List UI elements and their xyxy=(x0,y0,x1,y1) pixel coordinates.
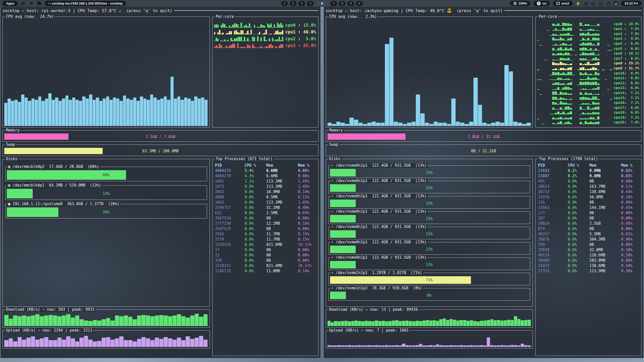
process-cell: 2579 xyxy=(215,237,245,242)
chart-bar xyxy=(191,101,194,126)
core-row: cpu3 ↑ 85.0% xyxy=(214,41,316,48)
disk-usage-meter: 13% xyxy=(330,215,529,222)
sparkline-bar xyxy=(552,117,554,119)
sparkline-bar xyxy=(570,111,572,114)
sparkline-bar xyxy=(597,73,599,75)
sparkline-bar xyxy=(227,47,229,48)
process-cell: 0.0% xyxy=(568,263,589,268)
process-cell: 0B xyxy=(589,200,621,205)
disk-usage-percent: 13% xyxy=(7,189,206,198)
sparkline-bar xyxy=(597,107,599,109)
sparkline-bar xyxy=(582,67,584,70)
sparkline-bar xyxy=(239,48,240,48)
power-icon[interactable] xyxy=(606,1,611,6)
process-cell: 2.5MB xyxy=(266,211,298,215)
chart-bar xyxy=(500,345,503,347)
sparkline-bar xyxy=(580,68,582,70)
workspace-6[interactable]: 6 xyxy=(315,1,329,6)
chart-bar xyxy=(167,100,170,126)
notifications-bell-icon[interactable] xyxy=(598,1,603,6)
process-cell: 0B xyxy=(589,242,621,247)
chart-bar xyxy=(75,100,78,126)
core-sparkline xyxy=(214,21,284,28)
workspace-9[interactable]: 9 xyxy=(347,1,354,6)
process-row: 398240.0%2.5GB8.08% xyxy=(538,221,640,226)
system-monitor-icon[interactable] xyxy=(614,1,618,6)
apps-button[interactable]: Apps xyxy=(3,1,18,6)
disk-usage-percent: 13% xyxy=(330,200,529,207)
files-icon[interactable] xyxy=(36,1,42,6)
process-row: 258180.0%32.0MB0.10% xyxy=(538,247,640,252)
workspace-8[interactable]: 8 xyxy=(339,1,346,6)
sparkline-bar xyxy=(592,108,594,110)
workspace-0[interactable]: 0 xyxy=(356,1,363,6)
sparkline-bar xyxy=(552,123,554,124)
chart-bar xyxy=(463,345,466,347)
process-cell: 11.7MB xyxy=(266,232,298,236)
workspace-7[interactable]: 7 xyxy=(330,1,337,6)
sparkline-bar xyxy=(552,92,554,95)
process-cell: 113.9MB xyxy=(589,269,621,273)
process-cell: 56.8MB xyxy=(589,195,621,199)
sparkline-bar xyxy=(595,38,597,40)
workspace-4[interactable]: 4 xyxy=(307,1,314,6)
sparkline-bar xyxy=(235,38,237,41)
core-label: cpu0 ↑ 15.8% xyxy=(285,23,316,28)
column-header: PID xyxy=(215,163,245,168)
clock[interactable]: 23:32 Fri xyxy=(621,1,641,6)
process-cell: 25818 xyxy=(538,248,568,252)
sparkline-bar xyxy=(565,107,567,110)
process-cell: 0.0% xyxy=(245,205,266,210)
process-cell: 113.3MB xyxy=(266,179,298,184)
sparkline-bar xyxy=(585,24,587,26)
sparkline-bar xyxy=(226,46,227,48)
sparkline-bar xyxy=(252,37,254,41)
sparkline-bar xyxy=(269,44,270,48)
sparkline-bar xyxy=(240,30,242,34)
workspace-3[interactable]: 3 xyxy=(298,1,305,6)
sparkline-bar xyxy=(242,30,244,34)
chart-bar xyxy=(412,321,415,326)
sparkline-bar xyxy=(582,97,584,100)
sparkline-bar xyxy=(557,122,559,124)
process-cell: 11.7MB xyxy=(266,237,298,242)
mail-icon[interactable]: ✉ xyxy=(28,1,34,6)
chart-bar xyxy=(487,320,490,326)
focused-window-title[interactable]: ~: socktop ws://192.168.1.104:3031/ws - … xyxy=(45,1,126,6)
sparkline-bar xyxy=(557,23,559,26)
chart-bar xyxy=(181,100,184,126)
chart-bar xyxy=(450,345,453,347)
chart-bar xyxy=(82,97,85,126)
core-sparkline xyxy=(537,105,612,110)
sparkline-bar xyxy=(560,68,562,70)
process-row: 2070.0%0B0.00% xyxy=(538,215,640,221)
layers-icon[interactable]: ▤ xyxy=(591,1,595,6)
network-indicator[interactable]: eno2 xyxy=(553,1,573,6)
chart-bar xyxy=(368,321,371,326)
signal-bars-icon[interactable] xyxy=(583,1,588,6)
chart-bar xyxy=(425,123,429,126)
chart-bar xyxy=(25,98,28,126)
terminal-left[interactable]: socktop — host: rpi-worker-3 | CPU Temp:… xyxy=(1,7,320,358)
power-profile-icon[interactable]: ⚡ xyxy=(576,1,580,6)
disk-label: ▤ /dev/mmcblk0p1 64.1MB / 510.0MB (13%) xyxy=(7,183,102,188)
sparkline-bar xyxy=(234,23,235,28)
chart-bar xyxy=(53,315,57,326)
chart-bar xyxy=(477,345,480,347)
chart-bar xyxy=(473,78,478,126)
terminal-right[interactable]: socktop — host: cachyos-gaming | CPU Tem… xyxy=(324,7,644,358)
chart-bar xyxy=(524,345,527,347)
sparkline-bar xyxy=(567,53,570,55)
volume-indicator[interactable]: 100% xyxy=(510,1,530,6)
chart-bar xyxy=(487,337,490,347)
sparkline-bar xyxy=(237,32,239,34)
workspace-1[interactable]: 1 xyxy=(281,1,288,6)
chart-bar xyxy=(79,101,82,126)
disk-label: ⚡ /dev/nvme0n1p1 122.4GB / 931.5GB (13%) xyxy=(330,163,428,168)
workspace-2[interactable]: 2 xyxy=(290,1,297,6)
bluetooth-indicator[interactable]: ᛒon xyxy=(533,1,550,6)
chart-bar xyxy=(521,320,524,326)
window-icon[interactable] xyxy=(20,1,26,6)
chart-bar xyxy=(88,321,93,326)
core-row: cpu16↓ 7.1% xyxy=(537,100,639,105)
